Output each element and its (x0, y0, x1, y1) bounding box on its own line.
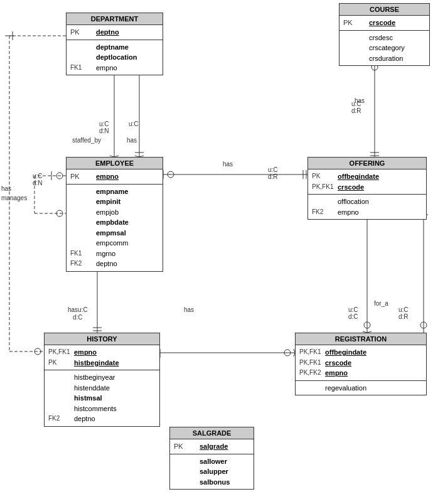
card-uc-left: u:C (33, 173, 43, 180)
hist-pk-label-0: PK,FK1 (48, 347, 70, 358)
hist-attr-label-2 (48, 393, 70, 404)
registration-pk-section: PK,FK1 offbegindate PK,FK1 crscode PK,FK… (296, 345, 426, 381)
label-has-emp-off: has (223, 161, 233, 168)
off-attr-label-1: FK2 (312, 207, 334, 218)
off-attr-label-0 (312, 196, 334, 207)
sal-attr-label-0 (174, 456, 196, 467)
svg-point-38 (364, 322, 370, 328)
emp-attr-5: empcomm (96, 238, 128, 249)
registration-title: REGISTRATION (296, 333, 426, 345)
off-pk-label-0: PK (312, 171, 334, 182)
card-uc-staffed: u:C (99, 121, 109, 127)
emp-pk-label: PK (70, 171, 92, 182)
dept-pk-field: deptno (96, 27, 119, 38)
emp-attr-label-6: FK1 (70, 249, 92, 259)
reg-pk-field-0: offbegindate (325, 347, 366, 358)
employee-attr-section: empname empinit empjob empbdate empmsal … (67, 185, 163, 271)
off-attr-1: empno (338, 207, 359, 218)
svg-point-43 (284, 350, 291, 356)
emp-attr-label-4 (70, 228, 92, 239)
hist-attr-1: histenddate (74, 383, 110, 394)
reg-pk-label-1: PK,FK1 (299, 358, 321, 368)
emp-attr-3: empbdate (96, 217, 129, 228)
salgrade-attr-section: sallower salupper salbonus (170, 454, 254, 490)
card-uc-course: u:C (351, 100, 361, 107)
hist-pk-field-1: histbegindate (74, 358, 119, 368)
entity-course: COURSE PK crscode crsdesc crscategory cr… (339, 3, 430, 66)
hist-pk-label-1: PK (48, 358, 70, 368)
course-pk-label: PK (343, 18, 365, 28)
card-uc-emp-off: u:C (268, 166, 278, 173)
course-pk-section: PK crscode (339, 16, 429, 31)
emp-pk-field: empno (96, 171, 119, 182)
salgrade-title: SALGRADE (170, 427, 254, 439)
department-attr-section: deptname deptlocation FK1 empno (67, 40, 163, 75)
card-dr-course: d:R (351, 107, 361, 114)
course-attr-0: crsdesc (369, 33, 393, 43)
hist-attr-label-1 (48, 383, 70, 394)
registration-attr-section: regevaluation (296, 381, 426, 395)
emp-attr-label-1 (70, 196, 92, 207)
card-uc-off-reg: u:C (348, 306, 358, 313)
course-pk-field: crscode (369, 18, 395, 28)
sal-pk-field: salgrade (200, 441, 228, 452)
dept-attr-2: empno (96, 63, 117, 73)
label-staffed-by: staffed_by (72, 137, 101, 144)
course-attr-section: crsdesc crscategory crsduration (339, 31, 429, 66)
employee-title: EMPLOYEE (67, 158, 163, 169)
emp-attr-label-2 (70, 207, 92, 218)
employee-pk-section: PK empno (67, 169, 163, 185)
offering-attr-section: offlocation FK2 empno (308, 195, 426, 219)
entity-salgrade: SALGRADE PK salgrade sallower salupper s… (169, 427, 254, 490)
course-attr-1: crscategory (369, 43, 405, 53)
dept-attr-label-0 (70, 42, 92, 53)
label-has-emp-hist: has (184, 306, 194, 313)
history-title: HISTORY (45, 333, 159, 345)
salgrade-pk-section: PK salgrade (170, 439, 254, 454)
offering-title: OFFERING (308, 158, 426, 169)
emp-attr-1: empinit (96, 196, 120, 207)
reg-pk-field-1: crscode (325, 358, 351, 368)
hist-attr-2: histmsal (74, 393, 102, 404)
offering-pk-section: PK offbegindate PK,FK1 crscode (308, 169, 426, 195)
emp-attr-label-5 (70, 238, 92, 249)
label-has-dept: has (127, 137, 137, 144)
card-uc-reg-right: u:C (398, 306, 409, 313)
history-pk-section: PK,FK1 empno PK histbegindate (45, 345, 159, 370)
svg-point-48 (420, 322, 427, 328)
off-pk-field-1: crscode (338, 182, 364, 193)
entity-department: DEPARTMENT PK deptno deptname deptlocati… (66, 13, 163, 75)
card-dn-left: d:N (33, 180, 43, 186)
card-dc-hist: d:C (73, 314, 83, 321)
reg-pk-label-0: PK,FK1 (299, 347, 321, 358)
off-pk-field-0: offbegindate (338, 171, 379, 182)
hist-attr-label-3 (48, 404, 70, 414)
department-pk-section: PK deptno (67, 25, 163, 40)
card-uc-has-dept: u:C (129, 121, 139, 127)
reg-pk-field-2: empno (325, 368, 348, 378)
sal-attr-label-2 (174, 477, 196, 488)
card-dc-off-reg: d:C (348, 313, 358, 320)
emp-attr-4: empmsal (96, 228, 126, 239)
label-for-a: for_a (374, 300, 388, 307)
entity-history: HISTORY PK,FK1 empno PK histbegindate hi… (44, 333, 160, 427)
hist-attr-label-4: FK2 (48, 414, 70, 424)
hist-attr-label-0 (48, 372, 70, 383)
dept-attr-0: deptname (96, 42, 129, 53)
department-title: DEPARTMENT (67, 13, 163, 25)
hist-attr-3: histcomments (74, 404, 117, 414)
off-pk-label-1: PK,FK1 (312, 182, 334, 193)
entity-offering: OFFERING PK offbegindate PK,FK1 crscode … (307, 157, 427, 220)
svg-point-27 (168, 171, 174, 178)
svg-point-20 (35, 348, 41, 355)
history-attr-section: histbeginyear histenddate histmsal histc… (45, 370, 159, 426)
emp-attr-2: empjob (96, 207, 119, 218)
reg-attr-0: regevaluation (325, 383, 366, 394)
card-dn-staffed: d:N (99, 127, 109, 134)
sal-attr-1: salupper (200, 466, 228, 477)
svg-point-13 (56, 173, 63, 179)
course-attr-label-2 (343, 53, 365, 64)
sal-attr-0: sallower (200, 456, 227, 467)
card-hasu-hist: hasu:C (68, 306, 88, 313)
dept-attr-1: deptlocation (96, 52, 137, 63)
